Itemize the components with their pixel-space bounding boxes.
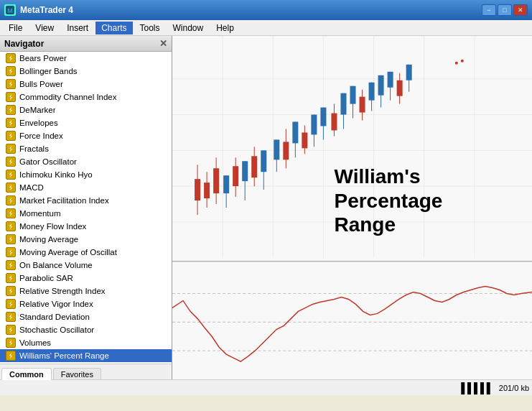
nav-item-label: Fractals [19,144,49,153]
navigator-tabs: Common Favorites [0,364,172,379]
nav-item-icon [6,79,16,89]
nav-item[interactable]: On Balance Volume [0,259,172,272]
nav-item[interactable]: Relative Vigor Index [0,297,172,310]
nav-item-icon [6,170,16,180]
status-bar: ▌▌▌▌▌ 201/0 kb [0,379,532,395]
svg-point-85 [455,62,458,65]
nav-item[interactable]: DeMarker [0,103,172,116]
tab-favorites[interactable]: Favorites [53,368,101,379]
nav-item-icon [6,312,16,322]
nav-item-icon [6,118,16,128]
nav-item[interactable]: Bears Power [0,52,172,65]
nav-item-label: Money Flow Index [19,222,86,231]
svg-marker-2 [9,55,12,61]
svg-marker-12 [9,185,12,190]
nav-item-label: Parabolic SAR [19,274,73,282]
nav-item-icon [6,325,16,335]
svg-rect-64 [311,115,317,135]
window-controls: − □ ✕ [482,4,528,16]
svg-rect-82 [397,80,403,96]
nav-item-label: Gator Oscillator [19,157,77,166]
svg-rect-80 [388,72,393,88]
nav-item[interactable]: Money Flow Index [0,220,172,233]
nav-item-icon [6,286,16,296]
nav-item-label: Moving Average [19,235,78,244]
nav-item-icon [6,144,16,154]
nav-item-label: DeMarker [19,106,55,114]
menu-file[interactable]: File [3,22,28,34]
app-title: MetaTrader 4 [20,5,73,15]
nav-item-label: Momentum [19,209,61,218]
navigator-header: Navigator ✕ [0,36,172,52]
svg-marker-25 [9,353,12,359]
nav-item-label: Bears Power [19,54,67,63]
status-info: 201/0 kb [499,384,529,392]
navigator-list[interactable]: Bears PowerBollinger BandsBulls PowerCom… [0,52,172,364]
menu-insert[interactable]: Insert [61,22,94,34]
nav-item[interactable]: Commodity Channel Index [0,91,172,103]
nav-item[interactable]: Moving Average of Oscillat [0,246,172,259]
chart-svg [172,36,532,379]
svg-text:M: M [7,7,13,14]
menu-tools[interactable]: Tools [134,22,166,34]
nav-item[interactable]: Bulls Power [0,78,172,91]
nav-item-icon [6,195,16,206]
chart-area[interactable]: William's Percentage Range [172,36,532,379]
nav-item[interactable]: Relative Strength Index [0,285,172,297]
nav-item-icon [6,260,16,270]
navigator-close-button[interactable]: ✕ [159,39,167,48]
svg-rect-72 [350,86,355,104]
nav-item[interactable]: Force Index [0,129,172,142]
nav-item[interactable]: MACD [0,181,172,194]
nav-item-label: Bulls Power [19,80,63,88]
svg-marker-21 [9,301,12,307]
maximize-button[interactable]: □ [498,4,512,16]
nav-item[interactable]: Momentum [0,207,172,220]
nav-item-icon [6,105,16,115]
svg-rect-74 [360,97,365,113]
menu-window[interactable]: Window [167,22,210,34]
nav-item[interactable]: Envelopes [0,116,172,129]
svg-marker-7 [9,120,12,126]
nav-item[interactable]: Stochastic Oscillator [0,323,172,336]
tab-common[interactable]: Common [1,368,52,380]
nav-item-label: Relative Vigor Index [19,300,93,308]
close-button[interactable]: ✕ [513,4,528,16]
menu-help[interactable]: Help [210,22,240,34]
nav-item-label: Market Facilitation Index [19,196,109,205]
svg-rect-50 [242,161,248,181]
svg-marker-23 [9,327,12,333]
svg-rect-44 [213,168,219,193]
nav-item-icon [6,273,16,283]
nav-item[interactable]: Fractals [0,142,172,155]
svg-rect-52 [251,156,257,177]
nav-item-icon [6,247,16,257]
nav-item[interactable]: Volumes [0,336,172,349]
menu-bar: File View Insert Charts Tools Window Hel… [0,20,532,36]
nav-item[interactable]: Bollinger Bands [0,65,172,78]
menu-charts[interactable]: Charts [95,22,132,34]
nav-item-label: Volumes [19,338,51,347]
nav-item-label: Force Index [19,131,63,140]
svg-marker-9 [9,146,12,152]
menu-view[interactable]: View [29,22,60,34]
nav-item[interactable]: Gator Oscillator [0,155,172,168]
svg-rect-84 [406,65,412,80]
nav-item[interactable]: Ichimoku Kinko Hyo [0,168,172,181]
nav-item-icon [6,221,16,231]
nav-item[interactable]: Parabolic SAR [0,272,172,285]
svg-rect-70 [340,93,346,115]
nav-item-label: Ichimoku Kinko Hyo [19,170,93,179]
nav-item[interactable]: Standard Deviation [0,310,172,323]
minimize-button[interactable]: − [482,4,496,16]
svg-rect-42 [204,183,210,198]
svg-rect-40 [195,179,200,200]
nav-item[interactable]: Moving Average [0,233,172,246]
nav-item-icon [6,208,16,218]
nav-item[interactable]: Market Facilitation Index [0,194,172,207]
nav-item[interactable]: Williams' Percent Range [0,349,172,362]
svg-marker-19 [9,275,12,281]
svg-rect-87 [172,262,532,379]
svg-rect-66 [320,108,326,126]
svg-rect-60 [292,122,298,144]
